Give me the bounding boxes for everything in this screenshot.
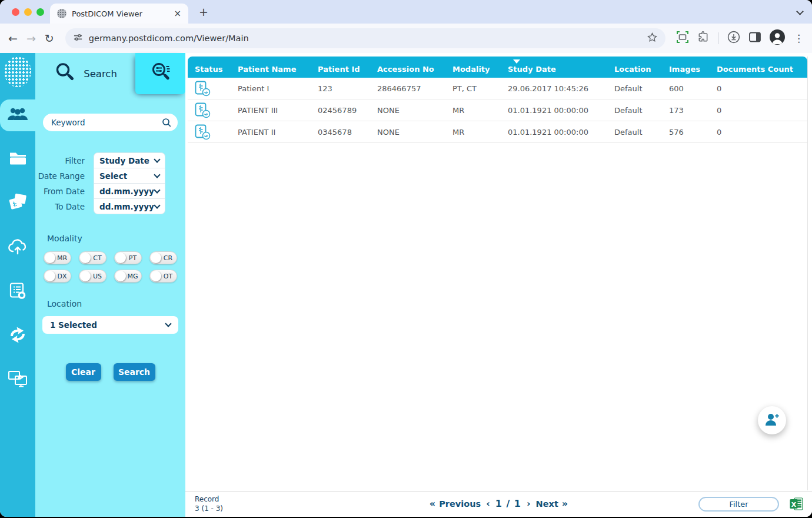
column-header-documents-count[interactable]: Documents Count xyxy=(717,65,807,74)
side-panel-icon[interactable] xyxy=(749,32,761,45)
column-header-status[interactable]: Status xyxy=(195,65,238,74)
modality-toggle-ot[interactable]: OT xyxy=(149,270,177,283)
tab-overflow-chevron-icon[interactable] xyxy=(796,8,804,15)
reload-button[interactable]: ↻ xyxy=(45,33,54,44)
sidebar-item-worklist[interactable] xyxy=(0,276,35,308)
cell-documents-count: 0 xyxy=(717,106,807,115)
prev-arrow-icon[interactable]: ‹ xyxy=(486,498,490,509)
close-window-button[interactable] xyxy=(12,8,19,16)
back-button[interactable]: ← xyxy=(8,33,18,44)
table-row[interactable]: Patient I 123 286466757 PT, CT 29.06.201… xyxy=(188,78,807,99)
results-area: Status Patient Name Patient Id Accession… xyxy=(185,53,812,517)
sidebar-item-remote-viewing[interactable] xyxy=(0,364,35,396)
status-cell[interactable] xyxy=(195,124,238,140)
column-header-accession-no[interactable]: Accession No xyxy=(377,65,452,74)
screenshot-icon[interactable] xyxy=(677,31,688,45)
previous-label: Previous xyxy=(439,499,481,509)
cell-modality: MR xyxy=(452,106,508,115)
column-header-study-date[interactable]: Study Date xyxy=(508,65,614,74)
from-date-value: dd.mm.yyyy xyxy=(99,187,154,196)
previous-page-button[interactable]: « Previous xyxy=(430,498,481,509)
modality-row-1: MR CT PT CR xyxy=(35,251,185,264)
new-tab-button[interactable]: + xyxy=(199,5,208,18)
modality-toggle-cr[interactable]: CR xyxy=(149,251,177,264)
sidebar-item-upload[interactable] xyxy=(0,232,35,264)
from-date-select[interactable]: dd.mm.yyyy xyxy=(94,183,165,199)
modality-toggle-ct[interactable]: CT xyxy=(79,251,107,264)
chevron-down-icon xyxy=(154,171,160,178)
date-range-label: Date Range xyxy=(35,171,94,181)
browser-menu-kebab-icon[interactable]: ⋮ xyxy=(794,32,804,44)
toggle-knob xyxy=(45,253,55,263)
table-header: Status Patient Name Patient Id Accession… xyxy=(188,57,807,78)
tab-advanced-search[interactable] xyxy=(135,53,185,94)
browser-window: PostDICOM Viewer × + ← → ↻ germany.postd… xyxy=(0,0,812,517)
panel-buttons: Clear Search xyxy=(35,363,185,381)
downloads-icon[interactable] xyxy=(727,31,740,46)
table-body: Patient I 123 286466757 PT, CT 29.06.201… xyxy=(188,78,807,143)
share-sync-icon xyxy=(8,326,27,347)
location-select[interactable]: 1 Selected xyxy=(42,316,178,334)
modality-toggle-pt[interactable]: PT xyxy=(114,251,142,264)
bookmark-star-icon[interactable] xyxy=(647,32,658,45)
screen-share-icon xyxy=(8,370,28,390)
sidebar-item-folders[interactable] xyxy=(0,144,35,175)
chevron-down-icon xyxy=(165,320,171,327)
sidebar-item-patients[interactable] xyxy=(0,99,35,131)
date-range-select-value: Select xyxy=(99,171,127,181)
cell-images: 576 xyxy=(669,128,717,137)
url-text[interactable]: germany.postdicom.com/Viewer/Main xyxy=(89,34,641,43)
tab-basic-search[interactable]: Search xyxy=(35,53,135,94)
status-cell[interactable] xyxy=(195,81,238,97)
svg-text:X: X xyxy=(791,501,797,509)
column-header-patient-id[interactable]: Patient Id xyxy=(318,65,377,74)
modality-toggle-dx[interactable]: DX xyxy=(44,270,71,283)
record-count: Record 3 (1 - 3) xyxy=(195,494,223,513)
last-page-icon: » xyxy=(562,498,568,509)
column-header-patient-name[interactable]: Patient Name xyxy=(238,65,318,74)
browser-profile-avatar[interactable] xyxy=(770,29,785,47)
modality-toggle-mg[interactable]: MG xyxy=(114,270,142,283)
tab-close-icon[interactable]: × xyxy=(174,9,181,18)
site-settings-icon[interactable] xyxy=(73,32,83,45)
cell-location: Default xyxy=(614,106,669,115)
postdicom-app: postDICOM Patient Search Profile & Setti… xyxy=(0,53,812,517)
address-bar[interactable]: germany.postdicom.com/Viewer/Main xyxy=(65,28,665,48)
extensions-icon[interactable] xyxy=(697,31,709,45)
forward-button[interactable]: → xyxy=(26,33,36,44)
minimize-window-button[interactable] xyxy=(24,8,32,16)
status-cell[interactable] xyxy=(195,102,238,118)
cell-patient-id: 0345678 xyxy=(318,128,377,137)
column-header-images[interactable]: Images xyxy=(669,65,717,74)
chevron-down-icon xyxy=(154,202,160,208)
table-row[interactable]: PATIENT II 0345678 NONE MR 01.01.1921 00… xyxy=(188,121,807,143)
list-search-icon xyxy=(9,282,26,302)
next-arrow-icon[interactable]: › xyxy=(527,498,531,509)
study-images-icon xyxy=(8,193,28,214)
clear-button[interactable]: Clear xyxy=(66,363,101,381)
search-button[interactable]: Search xyxy=(114,363,155,381)
date-range-select[interactable]: Select xyxy=(94,168,165,184)
toggle-knob xyxy=(115,253,126,263)
filter-select[interactable]: Study Date xyxy=(94,152,165,168)
column-header-modality[interactable]: Modality xyxy=(452,65,508,74)
column-header-location[interactable]: Location xyxy=(614,65,669,74)
table-row[interactable]: PATIENT III 02456789 NONE MR 01.01.1921 … xyxy=(188,99,807,121)
sort-desc-icon xyxy=(513,59,520,64)
keyword-search-icon[interactable] xyxy=(162,118,172,130)
sidebar-item-patient-studies[interactable] xyxy=(0,188,35,220)
to-date-select[interactable]: dd.mm.yyyy xyxy=(94,198,165,214)
export-excel-icon[interactable]: X xyxy=(790,497,803,513)
filter-label: Filter xyxy=(35,156,94,165)
sidebar-item-share[interactable] xyxy=(0,320,35,352)
maximize-window-button[interactable] xyxy=(36,8,44,16)
modality-toggle-mr[interactable]: MR xyxy=(44,251,71,264)
add-patient-fab[interactable] xyxy=(758,406,786,434)
keyword-input[interactable] xyxy=(43,114,178,131)
record-label: Record xyxy=(195,494,223,504)
modality-toggle-us[interactable]: US xyxy=(79,270,107,283)
study-status-icon xyxy=(195,102,211,118)
footer-filter-button[interactable]: Filter xyxy=(698,497,779,512)
next-page-button[interactable]: Next » xyxy=(536,498,568,509)
browser-tab[interactable]: PostDICOM Viewer × xyxy=(50,4,188,24)
